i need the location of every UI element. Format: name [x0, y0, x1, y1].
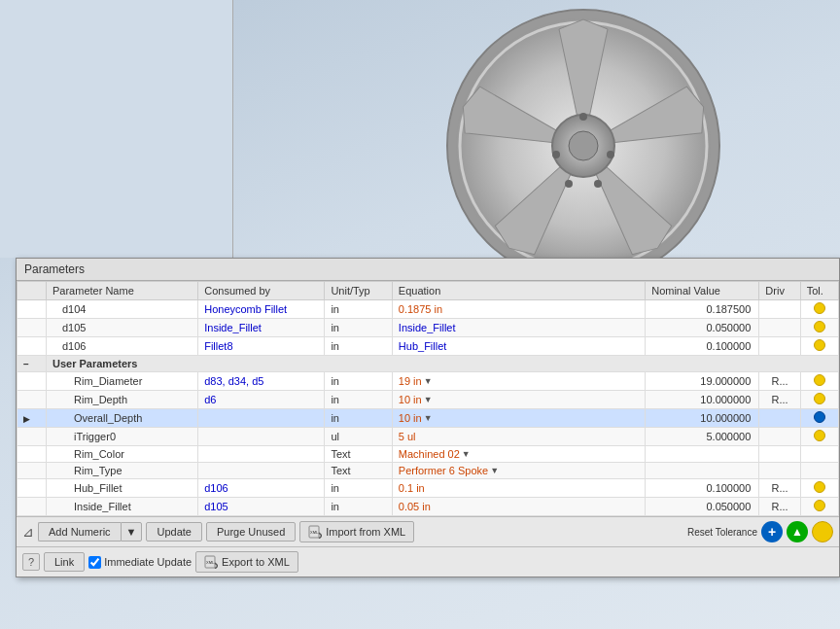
driv-cell [759, 409, 800, 428]
driv-cell: R... [759, 479, 800, 498]
collapse-icon[interactable]: − [23, 359, 29, 369]
svg-point-7 [594, 180, 602, 188]
equation-dropdown-icon[interactable]: ▼ [490, 466, 499, 475]
consumed-cell: Inside_Fillet [198, 319, 325, 337]
param-name-cell: Hub_Fillet [47, 479, 198, 498]
param-name-cell: Rim_Depth [47, 391, 198, 409]
table-row[interactable]: Rim_Color Text Machined 02 ▼ [18, 446, 839, 463]
unit-cell: in [325, 498, 392, 516]
bottom-toolbar-1: ⊿ Add Numeric ▼ Update Purge Unused XML … [17, 516, 839, 546]
filter-icon[interactable]: ⊿ [22, 524, 34, 540]
driv-cell [759, 428, 800, 446]
table-row[interactable]: d106 Fillet8 in Hub_Fillet 0.100000 [18, 337, 839, 356]
unit-cell: in [325, 319, 392, 337]
import-xml-icon: XML [308, 525, 322, 539]
purge-unused-button[interactable]: Purge Unused [206, 522, 296, 542]
equation-dropdown-icon[interactable]: ▼ [424, 395, 433, 404]
consumed-cell [198, 463, 325, 479]
svg-point-6 [607, 151, 614, 158]
equation-value: Performer 6 Spoke [399, 465, 488, 476]
equation-value: 0.05 in [399, 501, 431, 512]
table-row[interactable]: Rim_Diameter d83, d34, d5 in 19 in ▼ 19.… [18, 372, 839, 391]
unit-cell: in [325, 479, 392, 498]
export-to-xml-button[interactable]: XML Export to XML [195, 551, 298, 573]
help-icon[interactable]: ? [22, 553, 40, 571]
svg-point-8 [565, 180, 573, 188]
add-numeric-dropdown-button[interactable]: ▼ [121, 522, 143, 542]
tolerance-yellow-button[interactable] [812, 521, 833, 542]
equation-cell[interactable]: Machined 02 ▼ [392, 446, 645, 463]
equation-cell: 0.1875 in [392, 300, 645, 319]
arrow-cell [18, 300, 47, 319]
unit-cell: Text [325, 463, 392, 479]
equation-dropdown-icon[interactable]: ▼ [424, 413, 433, 423]
arrow-cell [18, 428, 47, 446]
table-row[interactable]: − User Parameters [18, 356, 839, 372]
table-row[interactable]: Hub_Fillet d106 in 0.1 in 0.100000 R... [18, 479, 839, 498]
table-row[interactable]: Rim_Type Text Performer 6 Spoke ▼ [18, 463, 839, 479]
col-header-nominal: Nominal Value [646, 282, 759, 300]
arrow-cell [18, 319, 47, 337]
tol-cell [800, 319, 838, 337]
unit-cell: ul [325, 428, 392, 446]
nominal-cell: 10.000000 [646, 391, 759, 409]
unit-cell: in [325, 372, 392, 391]
arrow-cell [18, 498, 47, 516]
svg-text:XML: XML [310, 530, 319, 535]
equation-dropdown-icon[interactable]: ▼ [424, 376, 433, 386]
equation-cell[interactable]: Performer 6 Spoke ▼ [392, 463, 645, 479]
driv-cell: R... [759, 498, 800, 516]
consumed-cell: d106 [198, 479, 325, 498]
add-numeric-split-button[interactable]: Add Numeric ▼ [38, 522, 142, 542]
export-xml-icon: XML [204, 555, 218, 569]
link-button[interactable]: Link [44, 552, 85, 572]
param-name-cell: d105 [47, 319, 198, 337]
unit-cell: in [325, 409, 392, 428]
driv-cell: R... [759, 372, 800, 391]
table-row[interactable]: Rim_Depth d6 in 10 in ▼ 10.000000 R... [18, 391, 839, 409]
svg-point-5 [579, 113, 587, 121]
tol-yellow-indicator [814, 302, 825, 314]
equation-value: 10 in [399, 412, 422, 424]
table-row[interactable]: d104 Honeycomb Fillet in 0.1875 in 0.187… [18, 300, 839, 319]
svg-text:XML: XML [206, 560, 215, 565]
tolerance-green-button[interactable]: ▲ [787, 521, 808, 542]
nominal-cell [646, 446, 759, 463]
equation-dropdown-icon[interactable]: ▼ [462, 449, 471, 459]
tol-yellow-indicator [814, 321, 825, 332]
nominal-cell: 0.050000 [646, 498, 759, 516]
reset-tolerance-label: Reset Tolerance [687, 527, 757, 538]
table-row[interactable]: ▶ Overall_Depth in 10 in ▼ 10.000000 [18, 409, 839, 428]
col-header-consumed: Consumed by [198, 282, 325, 300]
consumed-cell: Honeycomb Fillet [198, 300, 325, 319]
cad-tree-panel [0, 0, 233, 258]
equation-cell[interactable]: 10 in ▼ [392, 409, 645, 428]
col-header-expand [18, 282, 47, 300]
equation-value: 0.1875 in [399, 303, 442, 315]
equation-value: 5 ul [399, 431, 416, 442]
add-numeric-button[interactable]: Add Numeric [38, 522, 121, 542]
table-row[interactable]: Inside_Fillet d105 in 0.05 in 0.050000 R… [18, 498, 839, 516]
immediate-update-checkbox[interactable] [88, 556, 101, 569]
arrow-cell [18, 463, 47, 479]
update-button[interactable]: Update [146, 522, 201, 542]
tol-cell [800, 446, 838, 463]
col-header-equation: Equation [392, 282, 645, 300]
equation-cell[interactable]: 19 in ▼ [392, 372, 645, 391]
table-row[interactable]: d105 Inside_Fillet in Inside_Fillet 0.05… [18, 319, 839, 337]
equation-value: Hub_Fillet [399, 340, 447, 352]
expand-cell[interactable]: − [18, 356, 47, 372]
tol-cell [800, 463, 838, 479]
tol-yellow-indicator [814, 500, 825, 511]
immediate-update-label[interactable]: Immediate Update [88, 556, 192, 569]
table-row[interactable]: iTrigger0 ul 5 ul 5.000000 [18, 428, 839, 446]
tolerance-plus-button[interactable]: + [761, 521, 783, 542]
tol-cell [800, 498, 838, 516]
equation-value: 10 in [399, 394, 422, 405]
equation-cell[interactable]: 10 in ▼ [392, 391, 645, 409]
import-from-xml-button[interactable]: XML Import from XML [299, 521, 414, 542]
driv-cell [759, 319, 800, 337]
arrow-cell [18, 446, 47, 463]
param-name-cell: Overall_Depth [47, 409, 198, 428]
parameters-panel: Parameters Parameter Name Consumed by Un… [16, 258, 840, 577]
